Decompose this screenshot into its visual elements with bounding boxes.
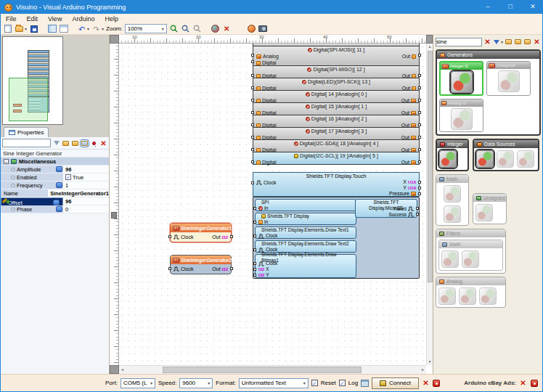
output-connector[interactable] xyxy=(418,192,421,195)
close-ads-icon[interactable]: ✕ xyxy=(519,379,527,387)
tft-display-subblock[interactable]: Shields.TFT Display In xyxy=(255,213,356,225)
category-generators[interactable]: Generators 123Integer G 123Unsigned Anal… xyxy=(436,49,541,136)
expand-all-icon[interactable] xyxy=(514,38,522,46)
filter-funnel-icon[interactable] xyxy=(493,38,501,46)
category-filters[interactable]: Filters Math xyxy=(436,229,506,274)
component-tile-icon[interactable] xyxy=(475,204,493,221)
draw-text2-subblock[interactable]: Shields.TFT Display.Elements.Draw Text2 … xyxy=(255,240,356,253)
tft-display-group-block[interactable]: SPI In Shields.TFT Display In Shields.TF… xyxy=(253,197,420,279)
terminal-window-button[interactable] xyxy=(361,379,369,387)
input-connector[interactable] xyxy=(251,123,254,126)
input-connector[interactable] xyxy=(251,181,254,184)
zoom-out-button[interactable] xyxy=(181,25,190,33)
palette-item-analog-generator[interactable]: Analog G xyxy=(439,99,483,132)
component-tile-icon[interactable] xyxy=(517,150,534,168)
pin-row-sck[interactable]: Digital(LED)(SPI-SCK)[ 13 ] Digital Out xyxy=(253,78,420,91)
input-connector[interactable] xyxy=(168,267,171,270)
zoom-fit-button[interactable] xyxy=(192,25,202,33)
redo-dropdown-caret[interactable]: ▾ xyxy=(102,26,104,31)
subcategory-math[interactable]: Math xyxy=(438,240,503,271)
component-tile-icon[interactable] xyxy=(476,150,494,168)
horizontal-scroll-thumb[interactable] xyxy=(163,367,362,373)
output-connector[interactable] xyxy=(418,187,421,189)
component-tile-icon[interactable] xyxy=(441,250,459,268)
redo-button[interactable]: ↷ xyxy=(91,25,101,33)
expand-categories-icon[interactable] xyxy=(523,38,531,46)
output-connector[interactable] xyxy=(418,160,421,163)
microsd-subblock[interactable]: Shields.TFT Display.MicroSD Failed Succe… xyxy=(355,199,417,218)
tab-properties[interactable]: Properties xyxy=(4,127,49,137)
ruler-handle[interactable] xyxy=(111,212,117,219)
property-row-amplitude[interactable]: Amplitude 96 xyxy=(1,166,109,173)
menu-file[interactable]: File xyxy=(1,15,22,23)
palette-item-unsigned-generator[interactable]: 123Unsigned xyxy=(486,61,531,96)
disconnect-icon[interactable]: ✕ xyxy=(422,379,430,387)
component-tile-icon[interactable] xyxy=(451,71,473,93)
input-connector[interactable] xyxy=(251,160,254,163)
property-row-offset-selected[interactable]: Offset 96 xyxy=(1,197,109,205)
pin-row-17[interactable]: Digital[ 17 ]/AnalogIn[ 3 ] Digital Out xyxy=(253,127,420,140)
draw-bitmap-subblock[interactable]: Shields.TFT Display.Elements.Draw Bitmap… xyxy=(255,254,356,278)
category-unsigned[interactable]: Unsigned xyxy=(473,193,507,224)
collapse-folder-icon[interactable] xyxy=(62,139,70,147)
input-connector[interactable] xyxy=(253,262,256,265)
vertical-scrollbar[interactable]: ▴ ▾ xyxy=(426,44,433,365)
output-connector[interactable] xyxy=(416,207,419,210)
component-tile-icon[interactable] xyxy=(444,205,461,223)
property-row-frequency[interactable]: Frequency 1 xyxy=(1,181,109,189)
component-tile-icon[interactable] xyxy=(459,287,476,305)
output-connector[interactable] xyxy=(418,54,421,57)
input-connector[interactable] xyxy=(251,136,254,139)
scroll-down-arrow[interactable]: ▾ xyxy=(427,359,433,365)
output-connector[interactable] xyxy=(418,86,421,89)
pin-row-mosi[interactable]: Digital(SPI-MOSI)[ 11 ] Analog Out Digit… xyxy=(253,46,420,66)
reset-checkbox[interactable] xyxy=(311,380,318,386)
input-connector[interactable] xyxy=(251,54,254,57)
input-connector[interactable] xyxy=(168,235,171,238)
group-folder-icon[interactable] xyxy=(81,139,89,147)
output-connector[interactable] xyxy=(416,213,419,216)
value-editor-badge[interactable] xyxy=(56,206,62,212)
vertical-scroll-thumb[interactable] xyxy=(428,51,433,282)
value-editor-badge[interactable] xyxy=(56,182,62,188)
input-connector[interactable] xyxy=(251,111,254,114)
input-connector[interactable] xyxy=(251,60,254,63)
ads-record-icon[interactable] xyxy=(530,379,538,387)
menu-help[interactable]: Help xyxy=(99,15,123,23)
overview-viewport[interactable] xyxy=(9,78,48,121)
save-button[interactable] xyxy=(29,25,38,33)
output-connector[interactable] xyxy=(418,136,421,139)
category-data-sources[interactable]: Data Sources xyxy=(473,139,539,171)
pin-row-sda[interactable]: Digital(I2C-SDA)[ 18 ]/AnalogIn[ 4 ] Dig… xyxy=(253,139,420,152)
zoom-select[interactable]: 100%▾ xyxy=(125,24,167,33)
scroll-up-arrow[interactable]: ▴ xyxy=(427,44,433,50)
input-connector[interactable] xyxy=(251,148,254,151)
expand-folder-icon[interactable] xyxy=(71,139,79,147)
category-math[interactable]: Math xyxy=(436,174,469,226)
sine-generator-2-block[interactable]: 123SineIntegerGenerator2 Clock OutI32 xyxy=(170,255,232,274)
clear-search-icon[interactable]: ✕ xyxy=(483,38,491,46)
output-connector[interactable] xyxy=(418,181,421,184)
maximize-button[interactable]: □ xyxy=(501,1,520,14)
component-tile-icon[interactable] xyxy=(497,150,514,168)
design-canvas[interactable]: Digital(SPI-MOSI)[ 11 ] Analog Out Digit… xyxy=(119,44,426,365)
record-icon[interactable] xyxy=(433,379,441,387)
property-category-row[interactable]: - Miscellaneous xyxy=(1,158,109,166)
menu-view[interactable]: View xyxy=(43,15,67,23)
screenshot-button[interactable] xyxy=(258,25,268,33)
undo-button[interactable]: ↶ xyxy=(77,25,86,33)
build-upload-button[interactable] xyxy=(211,25,220,33)
palette-search-input[interactable] xyxy=(436,38,482,46)
output-connector[interactable] xyxy=(418,111,421,114)
component-tile-icon[interactable] xyxy=(498,70,520,92)
menu-edit[interactable]: Edit xyxy=(22,15,44,23)
sine-generator-1-block[interactable]: 123SineIntegerGenerator1 Clock OutI32 xyxy=(170,223,232,242)
input-connector[interactable] xyxy=(251,99,254,102)
input-connector[interactable] xyxy=(253,207,256,210)
delete-button[interactable]: ✕ xyxy=(222,25,232,33)
property-row-name[interactable]: Name SineIntegerGenerator1 xyxy=(1,189,109,197)
open-dropdown-caret[interactable]: ▾ xyxy=(25,26,27,31)
input-connector[interactable] xyxy=(253,234,256,237)
input-connector[interactable] xyxy=(253,268,256,271)
spi-subblock[interactable]: SPI In xyxy=(255,199,356,211)
